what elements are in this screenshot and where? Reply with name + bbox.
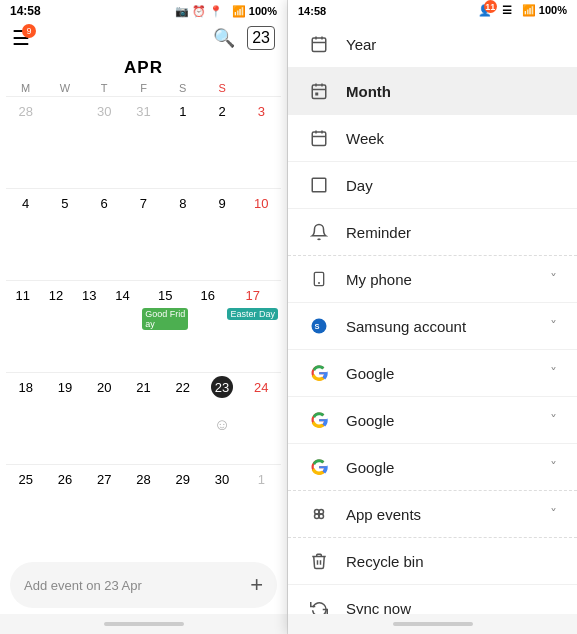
menu-label-google-1: Google — [346, 365, 394, 382]
cal-cell[interactable]: 29 — [163, 465, 202, 556]
menu-list: Year Month Week — [288, 21, 577, 614]
cal-cell[interactable]: 6 — [85, 189, 124, 280]
cal-cell[interactable]: 9 — [202, 189, 241, 280]
cal-cell[interactable]: 1 — [163, 97, 202, 188]
google-icon-1 — [308, 364, 330, 382]
google-icon-3 — [308, 458, 330, 476]
recycle-bin-icon — [308, 552, 330, 570]
cal-cell[interactable] — [45, 97, 84, 188]
settings-right-icon: ☰ — [502, 4, 512, 17]
cal-cell[interactable]: 16 — [191, 281, 224, 372]
cal-cell[interactable]: 5 — [45, 189, 84, 280]
svg-rect-9 — [312, 132, 326, 146]
chevron-myphone-icon: ˅ — [550, 271, 557, 287]
menu-item-reminder[interactable]: Reminder — [288, 209, 577, 256]
calendar-week-icon — [308, 129, 330, 147]
sync-icon — [308, 599, 330, 614]
hamburger-badge: 9 — [22, 24, 36, 38]
cal-cell[interactable]: 11 — [6, 281, 39, 372]
calendar-grid: 28 30 31 1 2 3 4 5 6 7 8 9 10 11 12 13 1… — [0, 96, 287, 556]
right-panel: 14:58 👤 11 ☰ 📶 100% Year — [288, 0, 577, 634]
day-labels: M W T F S S — [0, 80, 287, 96]
day-label-s2: S — [202, 82, 241, 94]
calendar-month-icon — [308, 82, 330, 100]
cal-cell[interactable]: 30 — [202, 465, 241, 556]
cal-cell[interactable]: 21 — [124, 373, 163, 464]
cal-cell[interactable]: 7 — [124, 189, 163, 280]
chevron-google-2-icon: ˅ — [550, 412, 557, 428]
svg-rect-8 — [315, 93, 318, 96]
hamburger-button[interactable]: ☰ 9 — [12, 28, 30, 48]
cal-cell[interactable]: 13 — [73, 281, 106, 372]
menu-item-samsung[interactable]: S Samsung account ˅ — [288, 303, 577, 350]
day-label-f: F — [124, 82, 163, 94]
cal-cell[interactable]: 20 — [85, 373, 124, 464]
day-label-w: W — [45, 82, 84, 94]
cal-cell[interactable]: 4 — [6, 189, 45, 280]
cal-cell[interactable]: 30 — [85, 97, 124, 188]
cal-cell[interactable]: 10 — [242, 189, 281, 280]
phone-icon — [308, 270, 330, 288]
menu-label-google-2: Google — [346, 412, 394, 429]
menu-item-year[interactable]: Year — [288, 21, 577, 68]
app-events-icon — [308, 505, 330, 523]
cal-cell[interactable]: 12 — [39, 281, 72, 372]
menu-label-day: Day — [346, 177, 373, 194]
samsung-icon: S — [308, 317, 330, 335]
search-button[interactable]: 🔍 — [213, 27, 235, 49]
menu-item-recyclebin[interactable]: Recycle bin — [288, 538, 577, 585]
menu-item-syncnow[interactable]: Sync now — [288, 585, 577, 614]
top-right-icons: 🔍 23 — [213, 26, 275, 50]
add-event-label: Add event on 23 Apr — [24, 578, 142, 593]
menu-item-google-2[interactable]: Google ˅ — [288, 397, 577, 444]
cal-cell[interactable]: 8 — [163, 189, 202, 280]
menu-label-recyclebin: Recycle bin — [346, 553, 424, 570]
cal-cell[interactable]: 18 — [6, 373, 45, 464]
add-event-plus-button[interactable]: + — [250, 572, 263, 598]
menu-item-day[interactable]: Day — [288, 162, 577, 209]
menu-label-google-3: Google — [346, 459, 394, 476]
menu-item-week[interactable]: Week — [288, 115, 577, 162]
cal-cell[interactable]: 27 — [85, 465, 124, 556]
cal-cell[interactable]: 24 — [242, 373, 281, 464]
menu-label-samsung: Samsung account — [346, 318, 466, 335]
cal-week-2: 4 5 6 7 8 9 10 — [6, 188, 281, 280]
menu-item-google-1[interactable]: Google ˅ — [288, 350, 577, 397]
cal-cell[interactable]: 19 — [45, 373, 84, 464]
calendar-year-icon — [308, 35, 330, 53]
cal-cell[interactable]: 22 — [163, 373, 202, 464]
menu-item-google-3[interactable]: Google ˅ — [288, 444, 577, 491]
calendar-day-icon — [308, 176, 330, 194]
menu-item-myphone[interactable]: My phone ˅ — [288, 256, 577, 303]
add-event-bar[interactable]: Add event on 23 Apr + — [10, 562, 277, 608]
month-title: APR — [0, 54, 287, 80]
battery-icon: 📷 ⏰ 📍 📶 100% — [175, 5, 277, 18]
cal-cell[interactable]: 25 — [6, 465, 45, 556]
cal-cell[interactable]: 15 Good Friday — [139, 281, 191, 372]
menu-label-appevents: App events — [346, 506, 421, 523]
cal-cell[interactable]: 28 — [124, 465, 163, 556]
cal-cell[interactable]: 14 — [106, 281, 139, 372]
menu-item-appevents[interactable]: App events ˅ — [288, 491, 577, 538]
chevron-samsung-icon: ˅ — [550, 318, 557, 334]
cal-cell[interactable]: 17 Easter Day — [224, 281, 281, 372]
menu-label-myphone: My phone — [346, 271, 412, 288]
menu-item-month[interactable]: Month — [288, 68, 577, 115]
nav-pill-left — [104, 622, 184, 626]
date-button[interactable]: 23 — [247, 26, 275, 50]
cal-cell[interactable]: 26 — [45, 465, 84, 556]
cal-week-3: 11 12 13 14 15 Good Friday 16 17 Easter … — [6, 280, 281, 372]
cal-cell-today[interactable]: 23 ☺ — [202, 373, 241, 464]
day-label-t: T — [85, 82, 124, 94]
cal-cell[interactable]: 31 — [124, 97, 163, 188]
svg-text:S: S — [315, 322, 320, 331]
menu-label-syncnow: Sync now — [346, 600, 411, 615]
chevron-google-1-icon: ˅ — [550, 365, 557, 381]
cal-cell[interactable]: 3 — [242, 97, 281, 188]
chevron-appevents-icon: ˅ — [550, 506, 557, 522]
cal-cell[interactable]: 2 — [202, 97, 241, 188]
cal-cell[interactable]: 28 — [6, 97, 45, 188]
cal-cell[interactable]: 1 — [242, 465, 281, 556]
nav-bottom-left — [0, 614, 287, 634]
time-right: 14:58 — [298, 5, 326, 17]
